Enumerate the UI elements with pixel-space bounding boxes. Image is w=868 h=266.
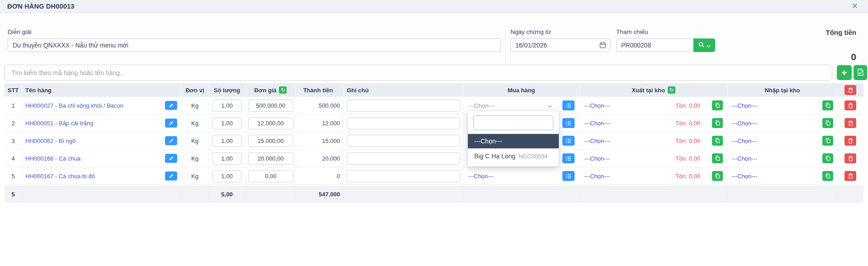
- qty-input[interactable]: [212, 117, 241, 129]
- price-input[interactable]: [248, 170, 293, 182]
- edit-item-button[interactable]: [165, 154, 177, 163]
- item-name-link[interactable]: HH000167 - Cà chua bi đỏ: [25, 173, 95, 180]
- delete-row-button[interactable]: [844, 153, 856, 163]
- copy-import-button[interactable]: [822, 100, 833, 110]
- export-warehouse-select[interactable]: ---Chọn---: [584, 173, 610, 180]
- supplier-select[interactable]: ---Chọn---: [468, 173, 494, 180]
- import-warehouse-select[interactable]: ---Chọn---: [731, 120, 757, 127]
- row-actions: [837, 167, 863, 185]
- import-warehouse-select[interactable]: ---Chọn---: [731, 155, 757, 162]
- row-stt: 2: [5, 114, 22, 132]
- edit-item-button[interactable]: [165, 171, 177, 180]
- copy-icon: [826, 120, 830, 126]
- dropdown-option-chon[interactable]: ---Chọn---: [468, 134, 559, 148]
- copy-export-button[interactable]: [712, 153, 723, 163]
- total-value: 0: [826, 52, 857, 62]
- note-input[interactable]: [347, 100, 460, 112]
- delete-row-button[interactable]: [844, 136, 856, 146]
- copy-icon: [715, 138, 720, 143]
- list-icon: [566, 138, 571, 143]
- add-item-button[interactable]: +: [837, 65, 852, 80]
- import-warehouse-select[interactable]: ---Chọn---: [731, 138, 757, 144]
- header-mua-hang: Mua hàng: [463, 83, 580, 97]
- row-xuat-cell: ---Chọn--- Tồn: 0,00: [580, 167, 728, 185]
- copy-export-button[interactable]: [712, 118, 723, 128]
- copy-export-button[interactable]: [712, 171, 723, 181]
- footer-amount-total: 547.000: [296, 187, 344, 202]
- delete-row-button[interactable]: [844, 171, 856, 181]
- row-unit: Kg: [181, 114, 209, 132]
- delete-row-button[interactable]: [844, 118, 856, 128]
- item-name-link[interactable]: HH000051 - Bắp cải trắng: [25, 120, 93, 127]
- row-note-cell: [344, 114, 463, 132]
- supplier-select[interactable]: ---Chọn---: [468, 102, 558, 109]
- import-warehouse-select[interactable]: ---Chọn---: [731, 102, 757, 109]
- form-divider: [505, 29, 506, 62]
- copy-import-button[interactable]: [822, 171, 833, 181]
- note-input[interactable]: [347, 170, 460, 182]
- supplier-dropdown-search-input[interactable]: [473, 115, 553, 130]
- note-input[interactable]: [347, 135, 460, 147]
- item-search-input[interactable]: [5, 65, 832, 81]
- stock-label: Tồn: 0,00: [675, 102, 700, 109]
- price-input[interactable]: [248, 152, 293, 165]
- document-date-input[interactable]: [510, 38, 610, 52]
- delete-all-button[interactable]: [844, 85, 856, 95]
- qty-input[interactable]: [212, 152, 241, 165]
- header-thanh-tien: Thành tiền: [296, 83, 344, 97]
- item-name-link[interactable]: HH000062 - Bí ngô: [25, 138, 75, 144]
- close-icon[interactable]: ✕: [849, 1, 861, 11]
- edit-item-button[interactable]: [165, 119, 177, 128]
- price-input[interactable]: [248, 135, 293, 147]
- qty-input[interactable]: [212, 135, 241, 147]
- item-name-link[interactable]: HH000166 - Cà chua: [25, 155, 80, 162]
- header-actions: [837, 83, 863, 97]
- dropdown-option-supplier[interactable]: Big C Hạ Long NCC00034: [468, 148, 559, 164]
- note-input[interactable]: [347, 152, 460, 165]
- price-input[interactable]: [248, 100, 293, 112]
- note-input[interactable]: [347, 117, 460, 129]
- export-warehouse-select[interactable]: ---Chọn---: [584, 155, 610, 162]
- refresh-warehouse-icon[interactable]: ↻: [668, 86, 675, 94]
- row-qty-cell: [209, 97, 245, 114]
- reference-search-button[interactable]: [693, 38, 715, 52]
- copy-export-button[interactable]: [712, 136, 723, 146]
- row-actions: [837, 97, 863, 114]
- export-excel-button[interactable]: [854, 65, 867, 80]
- header-don-gia-label: Đơn giá: [255, 87, 277, 94]
- row-xuat-cell: ---Chọn--- Tồn: 0,00: [580, 150, 728, 167]
- stock-label: Tồn: 0,00: [675, 173, 700, 180]
- row-qty-cell: [209, 167, 245, 185]
- import-warehouse-select[interactable]: ---Chọn---: [731, 173, 757, 180]
- supplier-list-button[interactable]: [562, 100, 575, 110]
- trash-icon: [848, 87, 853, 93]
- reference-input[interactable]: [616, 38, 693, 52]
- supplier-list-button[interactable]: [562, 153, 575, 163]
- export-warehouse-select[interactable]: ---Chọn---: [584, 102, 610, 109]
- edit-item-button[interactable]: [165, 101, 177, 110]
- pencil-icon: [169, 138, 174, 143]
- search-icon: [698, 42, 704, 49]
- item-name-link[interactable]: HH000027 - Ba chỉ xông khói / Bacon: [25, 102, 123, 109]
- copy-import-button[interactable]: [822, 118, 833, 128]
- header-don-vi: Đơn vị: [181, 83, 209, 97]
- copy-import-button[interactable]: [822, 136, 833, 146]
- copy-export-button[interactable]: [712, 100, 723, 110]
- description-input[interactable]: [8, 38, 501, 52]
- refresh-price-icon[interactable]: ↻: [279, 86, 287, 94]
- calendar-icon[interactable]: [599, 42, 606, 50]
- supplier-list-button[interactable]: [562, 136, 575, 146]
- supplier-list-button[interactable]: [562, 118, 575, 128]
- copy-import-button[interactable]: [822, 153, 833, 163]
- stock-label: Tồn: 0,00: [675, 120, 700, 127]
- price-input[interactable]: [248, 117, 293, 129]
- qty-input[interactable]: [212, 170, 241, 182]
- supplier-list-button[interactable]: [562, 171, 575, 181]
- export-warehouse-select[interactable]: ---Chọn---: [584, 138, 610, 144]
- qty-input[interactable]: [212, 100, 241, 112]
- delete-row-button[interactable]: [844, 100, 856, 110]
- export-warehouse-select[interactable]: ---Chọn---: [584, 120, 610, 127]
- row-note-cell: [344, 132, 463, 149]
- edit-item-button[interactable]: [165, 136, 177, 145]
- row-actions: [837, 114, 863, 132]
